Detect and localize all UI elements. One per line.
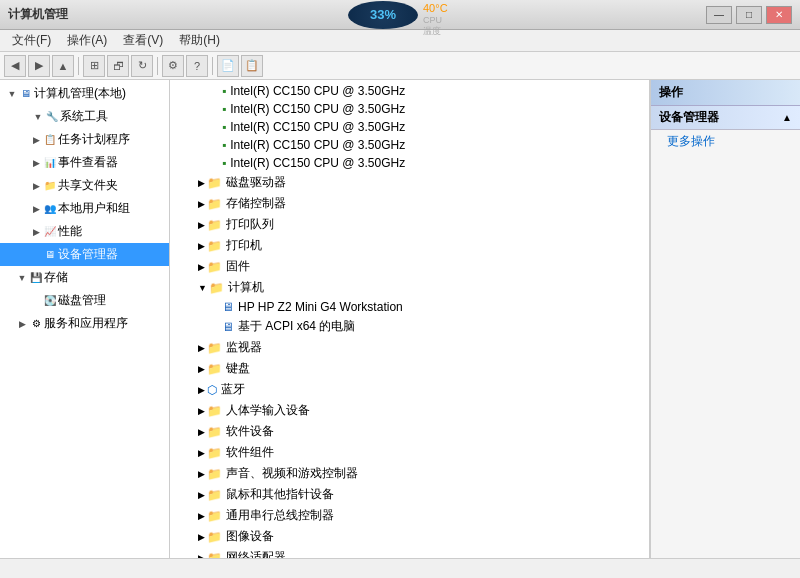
list-item[interactable]: ▶ 📁 监视器 xyxy=(170,337,649,358)
expand-icon[interactable]: ▼ xyxy=(198,283,207,293)
expand-root[interactable]: ▼ xyxy=(6,88,18,100)
device-label: 软件设备 xyxy=(226,423,274,440)
menu-view[interactable]: 查看(V) xyxy=(115,30,171,51)
label-root: 计算机管理(本地) xyxy=(34,85,126,102)
device-label: Intel(R) CC150 CPU @ 3.50GHz xyxy=(230,138,405,152)
tree-node-services[interactable]: ▶ ⚙ 服务和应用程序 xyxy=(0,312,169,335)
list-item[interactable]: 🖥 HP HP Z2 Mini G4 Workstation xyxy=(170,298,649,316)
action-section-chevron: ▲ xyxy=(782,112,792,123)
expand-icon[interactable]: ▶ xyxy=(198,220,205,230)
tree-node-device-manager[interactable]: 🖥 设备管理器 xyxy=(0,243,169,266)
icon-folder: 📁 xyxy=(209,281,224,295)
maximize-button[interactable]: □ xyxy=(736,6,762,24)
list-item[interactable]: ▶ 📁 鼠标和其他指针设备 xyxy=(170,484,649,505)
device-label: 打印机 xyxy=(226,237,262,254)
expand-icon[interactable]: ▶ xyxy=(198,427,205,437)
tb-new-window[interactable]: 🗗 xyxy=(107,55,129,77)
expand-icon[interactable]: ▶ xyxy=(198,262,205,272)
list-item[interactable]: ▼ 📁 计算机 xyxy=(170,277,649,298)
menu-action[interactable]: 操作(A) xyxy=(59,30,115,51)
list-item[interactable]: ▪ Intel(R) CC150 CPU @ 3.50GHz xyxy=(170,100,649,118)
list-item[interactable]: ▪ Intel(R) CC150 CPU @ 3.50GHz xyxy=(170,118,649,136)
icon-folder: 📁 xyxy=(207,362,222,376)
list-item[interactable]: ▶ 📁 打印队列 xyxy=(170,214,649,235)
list-item[interactable]: ▪ Intel(R) CC150 CPU @ 3.50GHz xyxy=(170,136,649,154)
action-more-actions[interactable]: 更多操作 xyxy=(651,130,800,153)
expand-icon[interactable]: ▶ xyxy=(198,448,205,458)
tb-forward[interactable]: ▶ xyxy=(28,55,50,77)
tree-node-shared-folders[interactable]: ▶ 📁 共享文件夹 xyxy=(0,174,169,197)
list-item[interactable]: ▶ 📁 固件 xyxy=(170,256,649,277)
tree-node-local-users[interactable]: ▶ 👥 本地用户和组 xyxy=(0,197,169,220)
list-item[interactable]: 🖥 基于 ACPI x64 的电脑 xyxy=(170,316,649,337)
expand-event-viewer[interactable]: ▶ xyxy=(30,157,42,169)
list-item[interactable]: ▶ 📁 打印机 xyxy=(170,235,649,256)
expand-services[interactable]: ▶ xyxy=(16,318,28,330)
expand-task-scheduler[interactable]: ▶ xyxy=(30,134,42,146)
list-item[interactable]: ▶ 📁 通用串行总线控制器 xyxy=(170,505,649,526)
expand-icon[interactable]: ▶ xyxy=(198,385,205,395)
list-item[interactable]: ▪ Intel(R) CC150 CPU @ 3.50GHz xyxy=(170,154,649,172)
label-system-tools: 系统工具 xyxy=(60,108,108,125)
expand-icon[interactable]: ▶ xyxy=(198,553,205,559)
toolbar: ◀ ▶ ▲ ⊞ 🗗 ↻ ⚙ ? 📄 📋 xyxy=(0,52,800,80)
expand-system-tools[interactable]: ▼ xyxy=(32,111,44,123)
icon-folder: 📁 xyxy=(207,530,222,544)
expand-icon[interactable]: ▶ xyxy=(198,199,205,209)
tree-node-task-scheduler[interactable]: ▶ 📋 任务计划程序 xyxy=(0,128,169,151)
list-item[interactable]: ▶ 📁 图像设备 xyxy=(170,526,649,547)
label-disk-mgmt: 磁盘管理 xyxy=(58,292,106,309)
list-item[interactable]: ▶ 📁 人体学输入设备 xyxy=(170,400,649,421)
list-item[interactable]: ▪ Intel(R) CC150 CPU @ 3.50GHz xyxy=(170,82,649,100)
list-item[interactable]: ▶ 📁 键盘 xyxy=(170,358,649,379)
expand-icon[interactable]: ▶ xyxy=(198,364,205,374)
tb-export[interactable]: 📄 xyxy=(217,55,239,77)
expand-icon[interactable]: ▶ xyxy=(198,178,205,188)
expand-icon[interactable]: ▶ xyxy=(198,511,205,521)
tree-node-disk-mgmt[interactable]: 💽 磁盘管理 xyxy=(0,289,169,312)
device-label: 声音、视频和游戏控制器 xyxy=(226,465,358,482)
list-item[interactable]: ▶ 📁 软件设备 xyxy=(170,421,649,442)
expand-icon[interactable]: ▶ xyxy=(198,406,205,416)
expand-performance[interactable]: ▶ xyxy=(30,226,42,238)
list-item[interactable]: ▶ ⬡ 蓝牙 xyxy=(170,379,649,400)
device-label: HP HP Z2 Mini G4 Workstation xyxy=(238,300,403,314)
list-item[interactable]: ▶ 📁 声音、视频和游戏控制器 xyxy=(170,463,649,484)
device-label: 鼠标和其他指针设备 xyxy=(226,486,334,503)
tree-node-performance[interactable]: ▶ 📈 性能 xyxy=(0,220,169,243)
menu-bar: 文件(F) 操作(A) 查看(V) 帮助(H) xyxy=(0,30,800,52)
tb-show-hide[interactable]: ⊞ xyxy=(83,55,105,77)
tree-node-storage[interactable]: ▼ 💾 存储 xyxy=(0,266,169,289)
expand-storage[interactable]: ▼ xyxy=(16,272,28,284)
menu-file[interactable]: 文件(F) xyxy=(4,30,59,51)
tree-node-event-viewer[interactable]: ▶ 📊 事件查看器 xyxy=(0,151,169,174)
expand-local-users[interactable]: ▶ xyxy=(30,203,42,215)
expand-icon[interactable]: ▶ xyxy=(198,241,205,251)
expand-icon[interactable]: ▶ xyxy=(198,469,205,479)
tb-properties[interactable]: ⚙ xyxy=(162,55,184,77)
list-item[interactable]: ▶ 📁 网络适配器 xyxy=(170,547,649,558)
title-bar: 计算机管理 33% 40°C CPU温度 — □ ✕ xyxy=(0,0,800,30)
tb-copy[interactable]: 📋 xyxy=(241,55,263,77)
list-item[interactable]: ▶ 📁 软件组件 xyxy=(170,442,649,463)
close-button[interactable]: ✕ xyxy=(766,6,792,24)
expand-icon[interactable]: ▶ xyxy=(198,532,205,542)
minimize-button[interactable]: — xyxy=(706,6,732,24)
expand-icon[interactable]: ▶ xyxy=(198,490,205,500)
icon-cpu: ▪ xyxy=(222,102,226,116)
list-item[interactable]: ▶ 📁 存储控制器 xyxy=(170,193,649,214)
expand-shared-folders[interactable]: ▶ xyxy=(30,180,42,192)
icon-cpu: ▪ xyxy=(222,120,226,134)
tree-node-system-tools[interactable]: ▼ 🔧 系统工具 xyxy=(0,105,169,128)
tb-help[interactable]: ? xyxy=(186,55,208,77)
menu-help[interactable]: 帮助(H) xyxy=(171,30,228,51)
expand-device-manager[interactable] xyxy=(30,249,42,261)
icon-cpu: ▪ xyxy=(222,138,226,152)
tb-refresh[interactable]: ↻ xyxy=(131,55,153,77)
tb-back[interactable]: ◀ xyxy=(4,55,26,77)
expand-icon[interactable]: ▶ xyxy=(198,343,205,353)
tree-node-root[interactable]: ▼ 🖥 计算机管理(本地) xyxy=(0,82,169,105)
label-storage: 存储 xyxy=(44,269,68,286)
list-item[interactable]: ▶ 📁 磁盘驱动器 xyxy=(170,172,649,193)
tb-up[interactable]: ▲ xyxy=(52,55,74,77)
